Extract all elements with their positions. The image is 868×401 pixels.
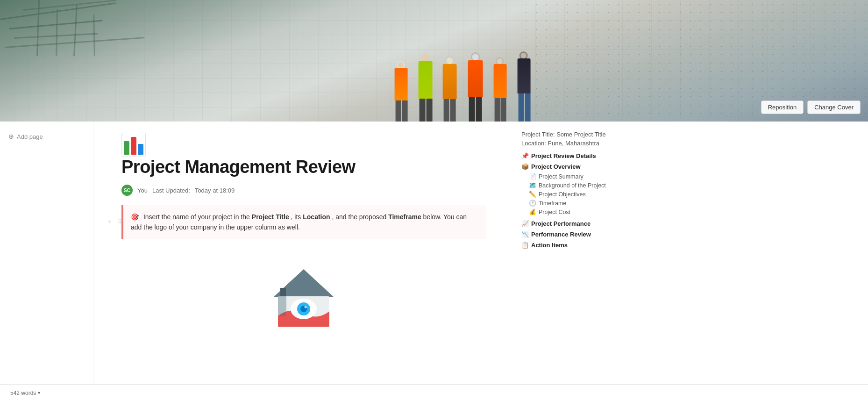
last-updated-label: Last Updated:: [152, 187, 190, 194]
toc-item-icon-summary: 📄: [529, 173, 536, 180]
toc-section-icon-review-details: 📌: [521, 152, 529, 159]
toc-location: Location: Pune, Maharashtra: [521, 140, 619, 147]
svg-point-6: [305, 306, 307, 308]
callout-bold-location: Location: [303, 213, 330, 221]
chart-bar-blue: [138, 144, 143, 155]
add-page-label: Add page: [17, 133, 43, 140]
avatar: SC: [121, 185, 133, 196]
page-title[interactable]: Project Management Review: [121, 157, 486, 177]
change-cover-button[interactable]: Change Cover: [807, 100, 861, 114]
page-icon[interactable]: [121, 133, 146, 157]
toc-section-icon-performance-review: 📉: [521, 231, 529, 238]
row-actions: + ⠿: [105, 217, 124, 227]
company-logo: [266, 260, 341, 335]
callout-text-before-bold1: Insert the name of your project in the: [143, 213, 252, 221]
chart-bar-red: [131, 137, 136, 155]
last-updated-value: Today at 18:09: [195, 187, 235, 194]
toc-item-icon-background: 🗺️: [529, 182, 536, 189]
svg-rect-7: [278, 296, 286, 316]
illustration-area: [121, 251, 486, 335]
toc-item-icon-timeframe: 🕐: [529, 200, 536, 207]
word-count-button[interactable]: 542 words ▾: [7, 389, 43, 397]
toc-item-icon-objectives: ✏️: [529, 191, 536, 198]
right-sidebar: Project Title: Some Project Title Locati…: [514, 122, 626, 401]
toc-project-title: Project Title: Some Project Title: [521, 131, 619, 138]
toc-item-timeframe[interactable]: 🕐 Timeframe: [521, 199, 619, 208]
toc-section-performance[interactable]: 📈 Project Performance: [521, 220, 619, 227]
content-area: Project Management Review SC You Last Up…: [93, 122, 514, 401]
toc-item-icon-cost: 💰: [529, 208, 536, 215]
toc-section-review-details[interactable]: 📌 Project Review Details: [521, 152, 619, 159]
add-page-icon: ⊕: [8, 133, 14, 140]
footer-bar: 542 words ▾: [0, 384, 868, 401]
toc-item-project-summary[interactable]: 📄 Project Summary: [521, 172, 619, 181]
callout-text-between: , its: [291, 213, 303, 221]
toc-section-icon-action-items: 📋: [521, 242, 529, 249]
cover-image: Reposition Change Cover: [0, 0, 868, 122]
toc-item-background[interactable]: 🗺️ Background of the Project: [521, 181, 619, 190]
callout-text-after: , and the proposed: [332, 213, 388, 221]
callout-bold-timeframe: Timeframe: [388, 213, 421, 221]
toc-section-icon-overview: 📦: [521, 163, 529, 170]
callout-bold-project-title: Project Title: [252, 213, 289, 221]
chart-bar-green: [124, 141, 129, 155]
toc-item-objectives[interactable]: ✏️ Project Objectives: [521, 190, 619, 199]
add-page-button[interactable]: ⊕ Add page: [6, 131, 87, 142]
toc-section-performance-review[interactable]: 📉 Performance Review: [521, 231, 619, 238]
reposition-button[interactable]: Reposition: [761, 100, 804, 114]
toc-section-icon-performance: 📈: [521, 220, 529, 227]
meta-row: SC You Last Updated: Today at 18:09: [121, 185, 486, 196]
toc-section-action-items[interactable]: 📋 Action Items: [521, 242, 619, 249]
callout-box: + ⠿ 🎯 Insert the name of your project in…: [121, 205, 486, 239]
toc-item-project-cost[interactable]: 💰 Project Cost: [521, 208, 619, 216]
chevron-down-icon: ▾: [38, 390, 40, 395]
left-sidebar: ⊕ Add page: [0, 122, 93, 401]
word-count-label: 542 words: [10, 390, 36, 396]
drag-handle[interactable]: ⠿: [115, 217, 124, 227]
callout-icon: 🎯: [131, 213, 139, 221]
toc-sections: 📌 Project Review Details 📦 Project Overv…: [521, 152, 619, 249]
toc-section-overview[interactable]: 📦 Project Overview: [521, 163, 619, 170]
author-label: You: [137, 187, 148, 194]
cover-action-buttons: Reposition Change Cover: [761, 100, 861, 114]
add-row-button[interactable]: +: [105, 217, 114, 227]
